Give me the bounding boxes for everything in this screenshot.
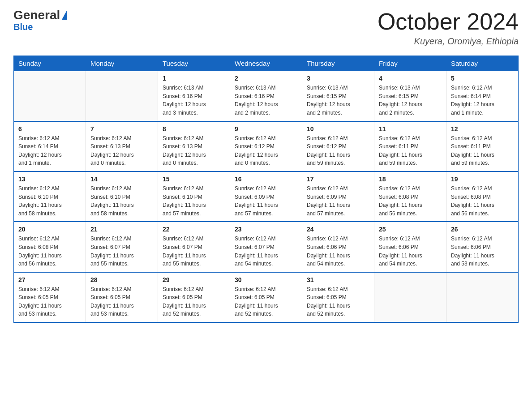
day-info: Sunrise: 6:12 AM Sunset: 6:07 PM Dayligh… — [163, 235, 225, 268]
day-number: 18 — [379, 176, 442, 183]
day-cell: 21Sunrise: 6:12 AM Sunset: 6:07 PM Dayli… — [86, 222, 158, 272]
day-info: Sunrise: 6:12 AM Sunset: 6:07 PM Dayligh… — [235, 235, 297, 268]
day-number: 6 — [18, 125, 81, 133]
day-info: Sunrise: 6:12 AM Sunset: 6:11 PM Dayligh… — [451, 134, 514, 167]
day-cell: 31Sunrise: 6:12 AM Sunset: 6:05 PM Dayli… — [302, 272, 374, 322]
day-number: 31 — [307, 276, 369, 283]
logo-general-text: General — [13, 9, 60, 21]
location-title: Kuyera, Oromiya, Ethiopia — [378, 36, 519, 47]
day-number: 7 — [90, 125, 153, 133]
day-cell: 26Sunrise: 6:12 AM Sunset: 6:06 PM Dayli… — [446, 222, 519, 272]
day-number: 10 — [307, 125, 369, 133]
day-cell: 4Sunrise: 6:13 AM Sunset: 6:15 PM Daylig… — [374, 71, 446, 121]
day-cell — [374, 272, 446, 322]
day-cell: 25Sunrise: 6:12 AM Sunset: 6:06 PM Dayli… — [374, 222, 446, 272]
day-number: 19 — [451, 176, 514, 183]
day-number: 20 — [18, 226, 81, 233]
day-cell: 9Sunrise: 6:12 AM Sunset: 6:12 PM Daylig… — [230, 121, 302, 171]
day-info: Sunrise: 6:12 AM Sunset: 6:05 PM Dayligh… — [18, 285, 81, 318]
day-number: 27 — [18, 276, 81, 283]
day-info: Sunrise: 6:13 AM Sunset: 6:16 PM Dayligh… — [235, 84, 297, 117]
col-header-monday: Monday — [86, 56, 158, 71]
day-number: 30 — [235, 276, 297, 283]
day-info: Sunrise: 6:13 AM Sunset: 6:15 PM Dayligh… — [379, 84, 442, 117]
col-header-tuesday: Tuesday — [158, 56, 230, 71]
calendar-table: SundayMondayTuesdayWednesdayThursdayFrid… — [13, 56, 519, 323]
day-number: 28 — [90, 276, 153, 283]
day-number: 1 — [163, 75, 225, 82]
day-number: 14 — [90, 176, 153, 183]
day-number: 26 — [451, 226, 514, 233]
day-cell: 15Sunrise: 6:12 AM Sunset: 6:10 PM Dayli… — [158, 171, 230, 222]
col-header-thursday: Thursday — [302, 56, 374, 71]
day-number: 8 — [163, 125, 225, 133]
col-header-sunday: Sunday — [14, 56, 86, 71]
day-cell: 19Sunrise: 6:12 AM Sunset: 6:08 PM Dayli… — [446, 171, 519, 222]
day-info: Sunrise: 6:12 AM Sunset: 6:06 PM Dayligh… — [307, 235, 369, 268]
day-number: 23 — [235, 226, 297, 233]
day-number: 21 — [90, 226, 153, 233]
header-row: SundayMondayTuesdayWednesdayThursdayFrid… — [14, 56, 519, 71]
day-cell: 3Sunrise: 6:13 AM Sunset: 6:15 PM Daylig… — [302, 71, 374, 121]
col-header-saturday: Saturday — [446, 56, 519, 71]
day-info: Sunrise: 6:12 AM Sunset: 6:13 PM Dayligh… — [90, 134, 153, 167]
day-cell: 29Sunrise: 6:12 AM Sunset: 6:05 PM Dayli… — [158, 272, 230, 322]
day-number: 5 — [451, 75, 514, 82]
day-cell: 13Sunrise: 6:12 AM Sunset: 6:10 PM Dayli… — [14, 171, 86, 222]
day-info: Sunrise: 6:12 AM Sunset: 6:12 PM Dayligh… — [235, 134, 297, 167]
day-cell: 20Sunrise: 6:12 AM Sunset: 6:08 PM Dayli… — [14, 222, 86, 272]
day-number: 17 — [307, 176, 369, 183]
day-cell: 6Sunrise: 6:12 AM Sunset: 6:14 PM Daylig… — [14, 121, 86, 171]
day-cell: 17Sunrise: 6:12 AM Sunset: 6:09 PM Dayli… — [302, 171, 374, 222]
day-cell: 2Sunrise: 6:13 AM Sunset: 6:16 PM Daylig… — [230, 71, 302, 121]
day-info: Sunrise: 6:12 AM Sunset: 6:06 PM Dayligh… — [379, 235, 442, 268]
week-row-4: 20Sunrise: 6:12 AM Sunset: 6:08 PM Dayli… — [14, 222, 519, 272]
day-info: Sunrise: 6:12 AM Sunset: 6:05 PM Dayligh… — [235, 285, 297, 318]
day-cell: 27Sunrise: 6:12 AM Sunset: 6:05 PM Dayli… — [14, 272, 86, 322]
day-number: 29 — [163, 276, 225, 283]
day-number: 22 — [163, 226, 225, 233]
day-cell: 14Sunrise: 6:12 AM Sunset: 6:10 PM Dayli… — [86, 171, 158, 222]
day-cell: 18Sunrise: 6:12 AM Sunset: 6:08 PM Dayli… — [374, 171, 446, 222]
week-row-2: 6Sunrise: 6:12 AM Sunset: 6:14 PM Daylig… — [14, 121, 519, 171]
col-header-wednesday: Wednesday — [230, 56, 302, 71]
day-number: 16 — [235, 176, 297, 183]
day-info: Sunrise: 6:12 AM Sunset: 6:14 PM Dayligh… — [18, 134, 81, 167]
day-info: Sunrise: 6:12 AM Sunset: 6:09 PM Dayligh… — [307, 184, 369, 218]
day-info: Sunrise: 6:12 AM Sunset: 6:05 PM Dayligh… — [307, 285, 369, 318]
day-number: 3 — [307, 75, 369, 82]
day-number: 2 — [235, 75, 297, 82]
day-cell: 10Sunrise: 6:12 AM Sunset: 6:12 PM Dayli… — [302, 121, 374, 171]
day-cell — [14, 71, 86, 121]
day-number: 9 — [235, 125, 297, 133]
day-number: 24 — [307, 226, 369, 233]
day-info: Sunrise: 6:12 AM Sunset: 6:05 PM Dayligh… — [163, 285, 225, 318]
col-header-friday: Friday — [374, 56, 446, 71]
day-number: 13 — [18, 176, 81, 183]
day-info: Sunrise: 6:12 AM Sunset: 6:05 PM Dayligh… — [90, 285, 153, 318]
day-info: Sunrise: 6:12 AM Sunset: 6:11 PM Dayligh… — [379, 134, 442, 167]
day-cell: 28Sunrise: 6:12 AM Sunset: 6:05 PM Dayli… — [86, 272, 158, 322]
day-cell: 22Sunrise: 6:12 AM Sunset: 6:07 PM Dayli… — [158, 222, 230, 272]
day-info: Sunrise: 6:12 AM Sunset: 6:13 PM Dayligh… — [163, 134, 225, 167]
day-cell: 11Sunrise: 6:12 AM Sunset: 6:11 PM Dayli… — [374, 121, 446, 171]
day-info: Sunrise: 6:13 AM Sunset: 6:16 PM Dayligh… — [163, 84, 225, 117]
day-cell: 30Sunrise: 6:12 AM Sunset: 6:05 PM Dayli… — [230, 272, 302, 322]
day-info: Sunrise: 6:12 AM Sunset: 6:09 PM Dayligh… — [235, 184, 297, 218]
day-cell — [446, 272, 519, 322]
day-info: Sunrise: 6:13 AM Sunset: 6:15 PM Dayligh… — [307, 84, 369, 117]
day-info: Sunrise: 6:12 AM Sunset: 6:10 PM Dayligh… — [18, 184, 81, 218]
day-cell: 1Sunrise: 6:13 AM Sunset: 6:16 PM Daylig… — [158, 71, 230, 121]
day-info: Sunrise: 6:12 AM Sunset: 6:08 PM Dayligh… — [18, 235, 81, 268]
header: General Blue October 2024 Kuyera, Oromiy… — [13, 9, 519, 47]
day-cell — [86, 71, 158, 121]
logo: General Blue — [13, 9, 67, 31]
week-row-1: 1Sunrise: 6:13 AM Sunset: 6:16 PM Daylig… — [14, 71, 519, 121]
day-number: 12 — [451, 125, 514, 133]
day-cell: 12Sunrise: 6:12 AM Sunset: 6:11 PM Dayli… — [446, 121, 519, 171]
title-area: October 2024 Kuyera, Oromiya, Ethiopia — [378, 9, 519, 47]
day-info: Sunrise: 6:12 AM Sunset: 6:10 PM Dayligh… — [163, 184, 225, 218]
month-title: October 2024 — [378, 9, 519, 34]
day-cell: 23Sunrise: 6:12 AM Sunset: 6:07 PM Dayli… — [230, 222, 302, 272]
day-info: Sunrise: 6:12 AM Sunset: 6:12 PM Dayligh… — [307, 134, 369, 167]
